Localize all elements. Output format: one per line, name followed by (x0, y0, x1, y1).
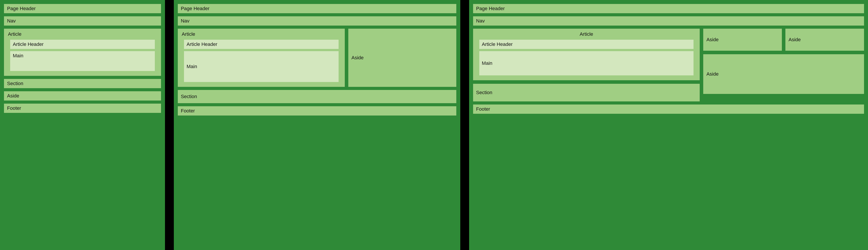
layout-panel-medium: Page Header Nav Article Article Header M… (174, 0, 460, 250)
left-column: Article Article Header Main Section (473, 29, 700, 101)
main-region: Main (184, 51, 339, 82)
article-region: Article Article Header Main (178, 29, 345, 87)
aside-region: Aside (348, 29, 456, 87)
right-column: Aside Aside Aside (703, 29, 864, 101)
nav-region: Nav (178, 16, 456, 26)
aside-top-row: Aside Aside (703, 29, 864, 51)
main-region: Main (10, 51, 155, 71)
nav-region: Nav (473, 16, 864, 26)
main-region: Main (479, 51, 694, 75)
aside-region: Aside (4, 91, 161, 101)
layout-panel-wide: Page Header Nav Article Article Header M… (469, 0, 868, 250)
article-label: Article (7, 30, 158, 37)
page-header-region: Page Header (473, 4, 864, 13)
layout-panel-narrow: Page Header Nav Article Article Header M… (0, 0, 165, 250)
footer-region: Footer (473, 105, 864, 114)
section-region: Section (178, 90, 456, 103)
page-header-region: Page Header (178, 4, 456, 13)
article-header-region: Article Header (184, 40, 339, 49)
article-header-region: Article Header (479, 40, 694, 49)
footer-region: Footer (4, 104, 161, 113)
aside-region: Aside (703, 29, 782, 51)
content-row: Article Article Header Main Section Asid… (473, 29, 864, 101)
article-label: Article (181, 30, 342, 37)
page-header-region: Page Header (4, 4, 161, 13)
article-region: Article Article Header Main (4, 29, 161, 76)
section-region: Section (4, 79, 161, 88)
footer-region: Footer (178, 106, 456, 115)
article-header-region: Article Header (10, 40, 155, 49)
nav-region: Nav (4, 16, 161, 26)
article-aside-row: Article Article Header Main Aside (178, 29, 456, 87)
article-region: Article Article Header Main (473, 29, 700, 80)
aside-region: Aside (785, 29, 864, 51)
section-region: Section (473, 84, 700, 101)
article-label: Article (476, 30, 697, 37)
aside-region: Aside (703, 54, 864, 94)
